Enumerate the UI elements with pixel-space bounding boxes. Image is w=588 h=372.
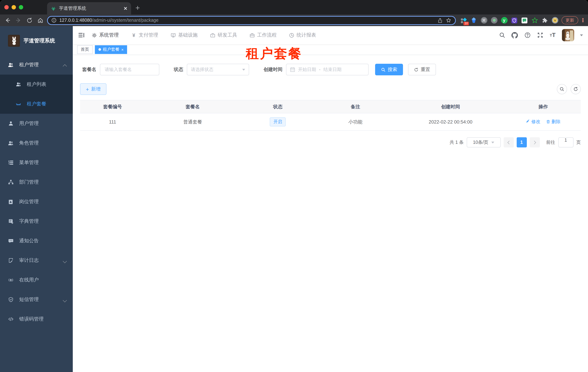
extension-star-icon[interactable] [531, 17, 538, 24]
avatar-caret-icon[interactable] [580, 34, 583, 36]
extension-command-icon[interactable]: ⌘ [481, 17, 487, 24]
site-info-icon[interactable] [52, 18, 56, 23]
browser-menu-icon[interactable]: ••• [581, 18, 584, 22]
refresh-table-button[interactable] [571, 84, 581, 94]
tab-title: 芋道管理系统 [59, 5, 121, 11]
cell-remark: 小功能 [315, 113, 396, 131]
extension-chat-icon[interactable] [521, 17, 528, 24]
date-range-picker[interactable]: 开始日期 - 结束日期 [286, 64, 368, 75]
plus-icon: + [86, 86, 89, 92]
minimize-window-button[interactable] [11, 5, 16, 10]
top-menu-report[interactable]: 统计报表 [289, 32, 316, 38]
zoom-window-button[interactable] [19, 5, 23, 10]
table-row[interactable]: 111 普通套餐 开启 小功能 2022-02-22 00:54:00 修改 [80, 113, 581, 131]
top-menu-infra[interactable]: 基础设施 [170, 32, 198, 38]
prev-page-button[interactable] [504, 137, 514, 148]
sidebar-item-audit-log[interactable]: 审计日志 [0, 251, 73, 270]
share-icon[interactable] [437, 18, 443, 23]
sidebar-item-label: 租户套餐 [27, 101, 67, 107]
fullscreen-icon[interactable] [536, 32, 544, 39]
sidebar-item-menu-management[interactable]: 菜单管理 [0, 153, 73, 172]
top-menu-devtools[interactable]: 研发工具 [210, 32, 237, 38]
cell-package-name: 普通套餐 [145, 113, 241, 131]
browser-tab[interactable]: 芋道管理系统 ✕ [47, 2, 131, 14]
extension-gem-icon[interactable] [470, 17, 477, 24]
user-avatar[interactable] [562, 29, 574, 41]
extension-shield-icon[interactable] [511, 17, 518, 24]
sidebar-item-label: 角色管理 [19, 140, 67, 146]
add-button[interactable]: + 新增 [80, 83, 106, 95]
extension-y-icon[interactable]: y [501, 17, 508, 24]
tag-label: 租户套餐 [103, 47, 119, 52]
tab-close-icon[interactable]: ✕ [124, 6, 127, 11]
url-bar[interactable]: 127.0.0.1:48080/admin-ui/system/tenant/p… [47, 16, 456, 25]
sidebar-item-post-management[interactable]: 岗位管理 [0, 192, 73, 212]
app-logo-row[interactable]: 芋道管理系统 [0, 26, 73, 55]
briefcase-icon [250, 32, 255, 38]
favicon-leaf-icon [51, 6, 56, 11]
toggle-search-button[interactable] [557, 84, 567, 94]
sidebar-item-sms-management[interactable]: 短信管理 [0, 290, 73, 309]
tab-strip: 芋道管理系统 ✕ + [0, 0, 588, 14]
sidebar-item-dept-management[interactable]: 部门管理 [0, 172, 73, 192]
extensions-puzzle-icon[interactable] [541, 17, 548, 24]
chevron-down-icon [242, 69, 245, 70]
extension-dot-icon[interactable] [491, 17, 497, 24]
package-name-input-field[interactable] [105, 67, 155, 72]
eye-close-icon [15, 101, 21, 107]
goto-page-input[interactable] [558, 137, 573, 148]
close-window-button[interactable] [4, 5, 9, 10]
help-icon[interactable] [524, 32, 531, 39]
sidebar-item-role-management[interactable]: 角色管理 [0, 133, 73, 153]
status-select[interactable]: 请选择状态 [187, 64, 249, 75]
url-text[interactable]: 127.0.0.1:48080/admin-ui/system/tenant/p… [59, 18, 434, 23]
col-remark: 备注 [315, 100, 396, 113]
page-size-select[interactable]: 10条/页 [467, 137, 501, 148]
top-menu-label: 基础设施 [178, 32, 198, 38]
top-menu-workflow[interactable]: 工作流程 [250, 32, 277, 38]
tag-tenant-package[interactable]: 租户套餐 × [95, 45, 127, 54]
sidebar-item-tenant-package[interactable]: 租户套餐 [0, 94, 73, 114]
reload-icon[interactable] [25, 16, 33, 24]
pagination-total: 共 1 条 [450, 139, 464, 145]
tag-home[interactable]: 首页 [77, 45, 93, 54]
sidebar-item-dict-management[interactable]: 字典管理 [0, 212, 73, 231]
edit-link[interactable]: 修改 [526, 119, 540, 125]
search-icon[interactable] [499, 32, 505, 39]
bookmark-star-icon[interactable] [446, 17, 452, 23]
back-icon[interactable] [4, 16, 11, 24]
hamburger-icon[interactable] [78, 32, 85, 39]
sidebar-item-user-management[interactable]: 用户管理 [0, 114, 73, 133]
sidebar-item-tenant-list[interactable]: 租户列表 [0, 74, 73, 94]
top-menu-system[interactable]: 系统管理 [92, 32, 119, 38]
package-name-input[interactable] [100, 64, 159, 75]
current-page[interactable]: 1 [516, 137, 527, 148]
new-tab-button[interactable]: + [136, 3, 140, 13]
chrome-update-button[interactable]: 更新 [562, 16, 578, 24]
chevron-down-icon [63, 298, 67, 301]
profile-avatar-icon[interactable] [551, 17, 558, 24]
reset-button[interactable]: 重置 [408, 64, 436, 75]
tag-close-icon[interactable]: × [121, 47, 124, 52]
top-menu-pay[interactable]: ¥ 支付管理 [131, 32, 158, 38]
chevron-down-icon [63, 259, 67, 262]
extension-tabs-icon[interactable]: 10 [460, 17, 467, 24]
forward-icon[interactable] [14, 16, 22, 24]
next-page-button[interactable] [530, 137, 540, 148]
col-actions: 操作 [506, 100, 581, 113]
sidebar-item-online-users[interactable]: 在线用户 [0, 270, 73, 290]
package-table: 套餐编号 套餐名 状态 备注 创建时间 操作 111 普通套餐 [80, 100, 581, 131]
search-button[interactable]: 搜索 [375, 64, 403, 75]
top-menu-label: 支付管理 [139, 32, 158, 38]
sidebar-item-notice[interactable]: 通知公告 [0, 231, 73, 251]
github-icon[interactable] [511, 32, 518, 39]
delete-link[interactable]: 删除 [546, 119, 560, 125]
font-size-icon[interactable]: TT [549, 32, 556, 39]
goto-page-input-field[interactable] [561, 138, 571, 143]
tag-label: 首页 [81, 47, 89, 52]
chevron-up-icon [63, 63, 67, 67]
sidebar-item-tenant-management[interactable]: 租户管理 [0, 55, 73, 74]
col-created: 创建时间 [396, 100, 506, 113]
sidebar-item-error-code[interactable]: 错误码管理 [0, 309, 73, 329]
home-icon[interactable] [36, 16, 44, 24]
